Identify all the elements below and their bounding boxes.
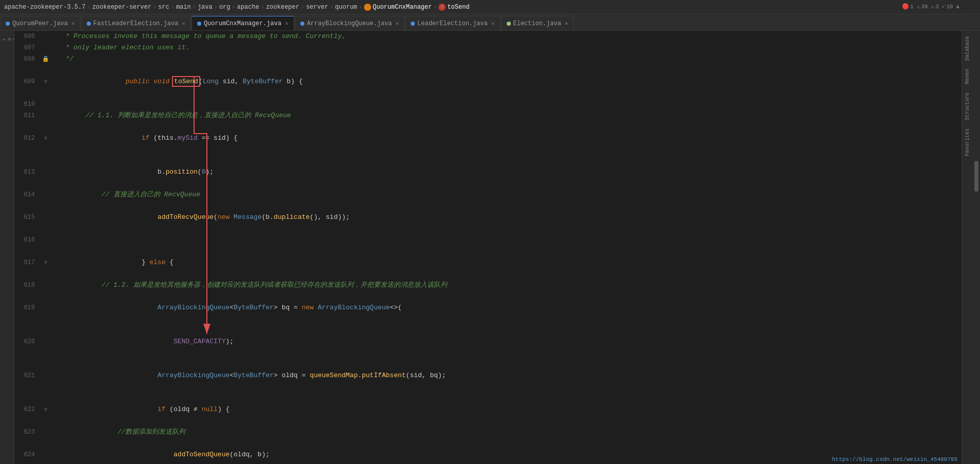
line-number: 622	[14, 393, 40, 426]
tab-dot-icon	[6, 22, 10, 26]
line-gutter[interactable]	[40, 325, 51, 359]
collapse-icon[interactable]: ▽	[44, 79, 47, 85]
scrollbar-thumb[interactable]	[974, 161, 978, 192]
tab-label: LeaderElection.java	[417, 20, 488, 27]
tab-leaderelection[interactable]: LeaderElection.java ✕	[405, 16, 500, 30]
tab-quorumpeer[interactable]: QuorumPeer.java ✕	[0, 16, 81, 30]
code-area[interactable]: 606 * Processes invoke this message to q…	[14, 31, 962, 464]
tab-dot-icon	[411, 22, 415, 26]
line-number: 615	[14, 200, 40, 234]
structure-tab[interactable]: Structure	[964, 89, 971, 123]
line-gutter[interactable]: ▽	[40, 393, 51, 426]
line-gutter[interactable]	[40, 42, 51, 53]
expand-icon[interactable]: ▲	[956, 4, 959, 10]
line-number: 608	[14, 53, 40, 65]
line-gutter[interactable]	[40, 189, 51, 200]
tab-dot-icon	[87, 22, 91, 26]
line-gutter[interactable]	[40, 280, 51, 291]
tab-quorumcnx[interactable]: QuorumCnxManager.java ✕	[191, 16, 294, 30]
line-row: 623 //数据添加到发送队列	[14, 426, 962, 438]
line-code: // 直接进入自己的 RecvQueue	[51, 189, 962, 200]
breadcrumb-apache[interactable]: apache	[237, 4, 259, 11]
line-gutter[interactable]	[40, 438, 51, 464]
tab-close-icon[interactable]: ✕	[71, 20, 75, 27]
collapse-icon[interactable]: ▽	[44, 260, 47, 266]
line-number: 617	[14, 246, 40, 280]
breadcrumb-module[interactable]: zookeeper-server	[92, 4, 151, 11]
tab-label: ArrayBlockingQueue.java	[307, 20, 392, 27]
breadcrumb-zookeeper[interactable]: zookeeper	[266, 4, 299, 11]
breadcrumb-src[interactable]: src	[158, 4, 169, 11]
check-count[interactable]: ✓ 10	[942, 3, 953, 10]
status-notifications: 🔴 1 ⚠ 39 ⚠ 3 ✓ 10 ▲	[902, 3, 959, 10]
line-gutter[interactable]: ▽	[40, 65, 51, 99]
breadcrumb-server[interactable]: server	[306, 4, 328, 11]
line-gutter[interactable]: 🔒	[40, 53, 51, 65]
line-code: public void toSend(Long sid, ByteBuffer …	[51, 65, 962, 99]
line-gutter[interactable]	[40, 291, 51, 325]
collapse-icon[interactable]: ▽	[44, 407, 47, 413]
line-number: 621	[14, 359, 40, 393]
line-number: 606	[14, 31, 40, 42]
breadcrumb-method[interactable]: toSend	[447, 4, 469, 11]
main-layout: Proj 606 * Pr	[0, 31, 980, 464]
maven-tab[interactable]: Maven	[964, 66, 971, 87]
database-tab[interactable]: Database	[964, 33, 971, 64]
line-code: addToSendQueue(oldq, b);	[51, 438, 962, 464]
favorites-tab[interactable]: Favorites	[964, 125, 971, 159]
line-gutter[interactable]	[40, 31, 51, 42]
scrollbar[interactable]	[973, 31, 980, 464]
tab-close-icon[interactable]: ✕	[491, 20, 495, 27]
line-row: 607 * only leader election uses it.	[14, 42, 962, 53]
tab-close-icon[interactable]: ✕	[395, 20, 399, 27]
error-count[interactable]: 🔴 1	[902, 3, 914, 10]
warning-icon: ⚠	[917, 3, 920, 10]
collapse-icon[interactable]: ▽	[44, 136, 47, 141]
tab-close-icon[interactable]: ✕	[285, 20, 289, 27]
warning2-count[interactable]: ⚠ 3	[931, 3, 938, 10]
line-code: // 1.1. 判断如果是发给自己的消息，直接进入自己的 RecvQueue	[51, 110, 962, 121]
line-row: 613 b.position(0);	[14, 155, 962, 189]
line-code: * Processes invoke this message to queue…	[51, 31, 962, 42]
tab-election[interactable]: Election.java ✕	[501, 16, 574, 30]
bottom-url-bar[interactable]: https://blog.csdn.net/weixin_45480785	[828, 455, 962, 464]
line-row: 612 ▽ if (this.mySid == sid) {	[14, 121, 962, 155]
tab-close-icon[interactable]: ✕	[565, 20, 568, 27]
left-panel: Proj	[0, 31, 14, 464]
breadcrumb-org[interactable]: org	[219, 4, 230, 11]
breadcrumb-project[interactable]: apache-zookeeper-3.5.7	[4, 4, 85, 11]
line-gutter[interactable]: ▽	[40, 121, 51, 155]
line-gutter[interactable]: ▽	[40, 246, 51, 280]
line-number: 614	[14, 189, 40, 200]
tab-close-icon[interactable]: ✕	[182, 20, 185, 27]
line-gutter[interactable]	[40, 110, 51, 121]
line-gutter[interactable]	[40, 426, 51, 438]
line-gutter[interactable]	[40, 200, 51, 234]
warning-count[interactable]: ⚠ 39	[917, 3, 928, 10]
line-code: ArrayBlockingQueue<ByteBuffer> oldq = qu…	[51, 359, 962, 393]
tab-arrayblocking[interactable]: ArrayBlockingQueue.java ✕	[295, 16, 405, 30]
line-code: if (oldq ≠ null) {	[51, 393, 962, 426]
line-row: 615 addToRecvQueue(new Message(b.duplica…	[14, 200, 962, 234]
line-row: 606 * Processes invoke this message to q…	[14, 31, 962, 42]
breadcrumb-quorum[interactable]: quorum	[335, 4, 357, 11]
breadcrumb-java[interactable]: java	[198, 4, 213, 11]
line-number: 620	[14, 325, 40, 359]
line-gutter[interactable]	[40, 99, 51, 110]
breadcrumb-main[interactable]: main	[176, 4, 191, 11]
tab-label: Election.java	[513, 20, 562, 27]
check-icon: ✓	[942, 3, 946, 10]
line-gutter[interactable]	[40, 359, 51, 393]
tab-fastleader[interactable]: FastLeaderElection.java ✕	[81, 16, 191, 30]
line-row: 617 ▽ } else {	[14, 246, 962, 280]
breadcrumb-class[interactable]: QuorumCnxManager	[373, 4, 432, 11]
line-number: 611	[14, 110, 40, 121]
project-icon[interactable]: Proj	[2, 33, 13, 45]
tab-label: FastLeaderElection.java	[93, 20, 179, 27]
line-number: 609	[14, 65, 40, 99]
right-panel-tabs: Database Maven Structure Favorites	[962, 31, 973, 464]
line-row: 624 addToSendQueue(oldq, b);	[14, 438, 962, 464]
line-row: 616	[14, 234, 962, 246]
line-gutter[interactable]	[40, 155, 51, 189]
line-gutter[interactable]	[40, 234, 51, 246]
